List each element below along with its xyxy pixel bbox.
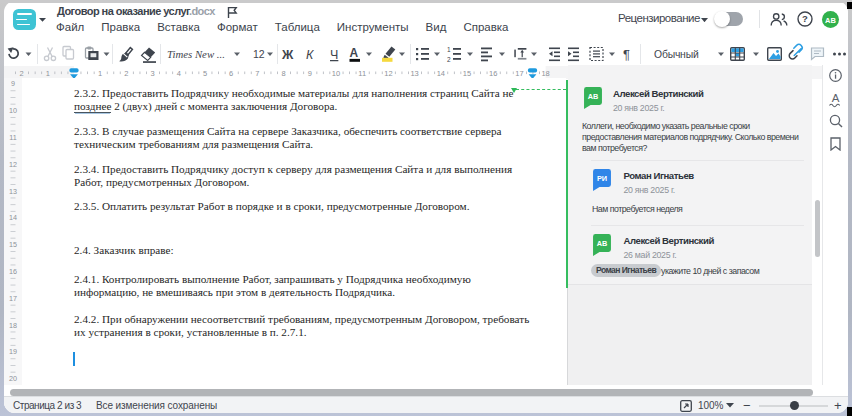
svg-text:А: А [350,46,359,60]
svg-text:АВ: АВ [587,92,598,101]
svg-text:18: 18 [541,69,549,78]
svg-text:12: 12 [253,47,265,59]
svg-text:12: 12 [9,160,17,169]
svg-text:20: 20 [9,374,17,383]
svg-text:12: 12 [384,69,392,78]
svg-text:8: 8 [282,69,286,78]
svg-text:1: 1 [46,69,50,78]
svg-text:К: К [306,48,314,62]
svg-text:10: 10 [332,69,340,78]
svg-text:5: 5 [203,69,207,78]
svg-text:Times New ...: Times New ... [167,48,225,60]
svg-text:7: 7 [255,69,259,78]
svg-text:6: 6 [229,69,233,78]
svg-text:15: 15 [9,240,17,249]
svg-text:10: 10 [9,106,17,115]
svg-text:?: ? [802,13,808,24]
svg-text:2: 2 [447,55,451,62]
svg-text:13: 13 [9,187,17,196]
svg-text:13: 13 [410,69,418,78]
svg-text:4: 4 [177,69,181,78]
svg-text:9: 9 [11,79,15,88]
svg-text:19: 19 [9,347,17,356]
svg-text:17: 17 [9,294,17,303]
svg-text:1: 1 [447,45,451,52]
svg-text:РИ: РИ [597,174,607,183]
svg-text:A: A [832,92,840,104]
svg-text:Ж: Ж [281,48,294,62]
svg-text:2: 2 [20,69,24,78]
svg-text:15: 15 [463,69,471,78]
svg-text:11: 11 [358,69,366,78]
svg-text:¶: ¶ [623,47,630,62]
svg-text:18: 18 [9,321,17,330]
svg-text:Обычный: Обычный [654,49,699,60]
svg-text:17: 17 [515,69,523,78]
svg-text:11: 11 [9,133,16,142]
svg-text:2: 2 [124,69,128,78]
svg-text:16: 16 [489,69,497,78]
svg-text:3: 3 [151,69,155,78]
svg-text:14: 14 [9,213,17,222]
svg-text:14: 14 [437,69,445,78]
svg-text:АВ: АВ [597,239,608,248]
svg-text:9: 9 [308,69,312,78]
svg-text:Ч: Ч [330,48,338,62]
svg-text:16: 16 [9,267,17,276]
svg-text:1: 1 [98,69,102,78]
